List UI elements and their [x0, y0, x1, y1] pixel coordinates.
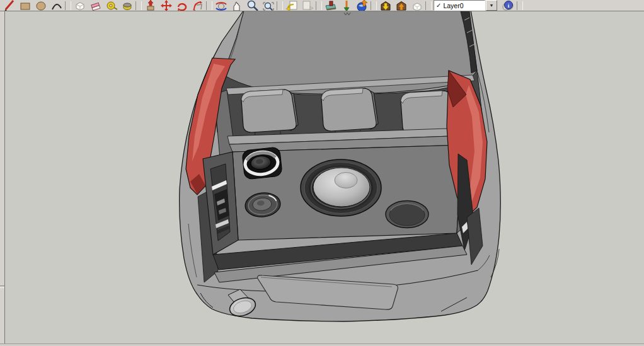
- circle-tool-icon: [35, 0, 47, 11]
- offset-button[interactable]: [190, 0, 205, 11]
- toolbar-separator: [517, 1, 523, 10]
- toolbar-separator: [425, 1, 432, 10]
- left-rail-groove: [0, 285, 4, 288]
- component-browser-icon: [411, 0, 423, 11]
- share-model-icon: [395, 0, 408, 11]
- previous-view-button[interactable]: [284, 0, 299, 11]
- line-tool-icon: [3, 0, 16, 11]
- move-button[interactable]: [158, 0, 174, 11]
- pan-button[interactable]: [229, 0, 244, 11]
- zoom-extents-icon: [262, 0, 275, 11]
- pan-icon: [231, 0, 243, 11]
- add-location-button[interactable]: [354, 0, 370, 11]
- line-tool-button[interactable]: [1, 0, 17, 11]
- arc-tool-icon: [50, 0, 63, 11]
- toolbar-separator: [371, 1, 377, 10]
- layer-dropdown-value: Layer0: [443, 2, 463, 9]
- next-view-icon: [301, 0, 314, 11]
- make-component-icon: [74, 0, 86, 11]
- next-view-button[interactable]: [299, 0, 315, 11]
- get-current-view-icon: [325, 0, 337, 11]
- eraser-button[interactable]: [88, 0, 103, 11]
- layer-dropdown-arrow-button[interactable]: ▼: [486, 0, 497, 11]
- sketchup-window: ✓ Layer0 ▼ i: [0, 0, 644, 346]
- push-pull-icon: [144, 0, 157, 11]
- toolbar-separator: [316, 1, 322, 10]
- component-browser-button[interactable]: [409, 0, 425, 11]
- toolbar-separator: [135, 1, 142, 10]
- get-current-view-button[interactable]: [323, 0, 338, 11]
- viewport-3d[interactable]: [5, 12, 644, 344]
- orbit-button[interactable]: [213, 0, 229, 11]
- rectangle-tool-icon: [19, 0, 32, 11]
- share-model-button[interactable]: [393, 0, 409, 11]
- rotate-icon: [176, 0, 188, 11]
- toolbar-separator: [277, 1, 283, 10]
- position-camera-icon: [340, 0, 353, 11]
- window-bottom-edge: [0, 343, 644, 346]
- zoom-extents-button[interactable]: [260, 0, 276, 11]
- offset-icon: [192, 0, 204, 11]
- rotate-button[interactable]: [174, 0, 190, 11]
- add-location-icon: [356, 0, 369, 11]
- get-models-button[interactable]: [377, 0, 393, 11]
- layer-manager-button[interactable]: i: [500, 0, 516, 11]
- layer-toolbar: ✓ Layer0 ▼: [434, 1, 497, 10]
- make-component-button[interactable]: [72, 0, 88, 11]
- arc-tool-button[interactable]: [49, 0, 64, 11]
- layer-manager-icon: i: [501, 0, 515, 11]
- layer-dropdown[interactable]: ✓ Layer0: [434, 0, 485, 11]
- layer-visible-checkmark: ✓: [434, 2, 443, 9]
- tape-measure-button[interactable]: [103, 0, 119, 11]
- position-camera-button[interactable]: [338, 0, 354, 11]
- paint-bucket-button[interactable]: [119, 0, 135, 11]
- tape-measure-icon: [105, 0, 118, 11]
- eraser-icon: [89, 0, 102, 11]
- left-toolbar-edge: [0, 11, 5, 344]
- toolbar-separator: [65, 1, 71, 10]
- toolbar-separator: [206, 1, 212, 10]
- zoom-button[interactable]: [244, 0, 260, 11]
- circle-tool-button[interactable]: [33, 0, 49, 11]
- move-icon: [160, 0, 173, 11]
- get-models-icon: [379, 0, 392, 11]
- orbit-icon: [215, 0, 227, 11]
- zoom-icon: [246, 0, 259, 11]
- main-toolbar: ✓ Layer0 ▼ i: [0, 0, 644, 11]
- rectangle-tool-button[interactable]: [17, 0, 33, 11]
- previous-view-icon: [285, 0, 298, 11]
- push-pull-button[interactable]: [142, 0, 158, 11]
- paint-bucket-icon: [121, 0, 134, 11]
